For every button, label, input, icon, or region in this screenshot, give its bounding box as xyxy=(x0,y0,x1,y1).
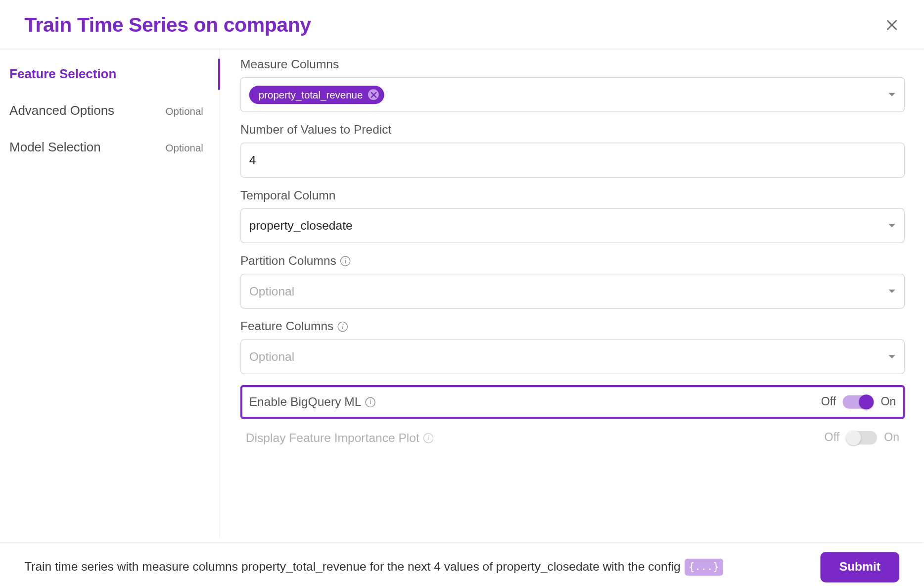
measure-columns-label: Measure Columns xyxy=(240,57,905,72)
toggle-on-label: On xyxy=(884,431,899,444)
chevron-down-icon xyxy=(888,353,896,361)
sidebar-item-model-selection[interactable]: Model Selection Optional xyxy=(0,129,220,166)
num-values-group: Number of Values to Predict xyxy=(240,123,905,178)
chevron-down-icon xyxy=(888,91,896,98)
display-feature-importance-toggle xyxy=(846,430,878,446)
summary-text: Train time series with measure columns p… xyxy=(24,559,723,576)
sidebar-item-advanced-options[interactable]: Advanced Options Optional xyxy=(0,93,220,129)
measure-columns-field[interactable]: property_total_revenue xyxy=(240,77,905,112)
sidebar-item-sub: Optional xyxy=(166,105,203,116)
main-panel: Measure Columns property_total_revenue xyxy=(220,49,924,538)
feature-columns-label: Feature Columns i xyxy=(240,320,905,334)
display-feature-importance-toggle-group: Off On xyxy=(825,430,900,446)
num-values-field[interactable] xyxy=(240,143,905,178)
sidebar-item-label: Feature Selection xyxy=(9,67,116,82)
toggle-off-label: Off xyxy=(821,395,836,409)
toggle-off-label: Off xyxy=(825,431,840,444)
num-values-input[interactable] xyxy=(249,153,896,167)
submit-button[interactable]: Submit xyxy=(820,552,899,582)
info-icon: i xyxy=(423,433,433,442)
temporal-column-label: Temporal Column xyxy=(240,189,905,203)
sidebar-item-label: Model Selection xyxy=(9,140,101,155)
config-json-badge[interactable]: {...} xyxy=(685,559,723,576)
toggle-on-label: On xyxy=(880,395,896,409)
partition-columns-placeholder: Optional xyxy=(249,284,295,298)
partition-columns-field[interactable]: Optional xyxy=(240,274,905,309)
feature-columns-placeholder: Optional xyxy=(249,349,295,364)
temporal-column-value: property_closedate xyxy=(249,219,353,233)
enable-bigquery-ml-row: Enable BigQuery ML i Off On xyxy=(240,385,905,419)
display-feature-importance-row: Display Feature Importance Plot i Off On xyxy=(240,422,905,454)
partition-columns-group: Partition Columns i Optional xyxy=(240,254,905,309)
measure-columns-group: Measure Columns property_total_revenue xyxy=(240,57,905,112)
chevron-down-icon xyxy=(888,222,896,230)
enable-bigquery-ml-toggle[interactable] xyxy=(843,394,874,410)
num-values-label: Number of Values to Predict xyxy=(240,123,905,137)
info-icon[interactable]: i xyxy=(338,322,348,332)
dialog-title: Train Time Series on company xyxy=(24,13,311,36)
sidebar: Feature Selection Advanced Options Optio… xyxy=(0,49,220,538)
enable-bigquery-ml-label: Enable BigQuery ML i xyxy=(249,395,375,409)
info-icon[interactable]: i xyxy=(340,256,350,266)
temporal-column-field[interactable]: property_closedate xyxy=(240,208,905,243)
sidebar-item-feature-selection[interactable]: Feature Selection xyxy=(0,56,220,93)
chip-remove-icon[interactable] xyxy=(368,89,379,100)
partition-columns-label: Partition Columns i xyxy=(240,254,905,268)
measure-columns-chip: property_total_revenue xyxy=(249,86,384,104)
chip-text: property_total_revenue xyxy=(259,89,363,100)
enable-bigquery-ml-toggle-group: Off On xyxy=(821,394,896,410)
dialog-footer: Train time series with measure columns p… xyxy=(0,542,924,586)
info-icon[interactable]: i xyxy=(366,397,375,407)
chevron-down-icon xyxy=(888,287,896,295)
feature-columns-field[interactable]: Optional xyxy=(240,339,905,374)
dialog-header: Train Time Series on company xyxy=(0,0,924,49)
feature-columns-group: Feature Columns i Optional xyxy=(240,320,905,375)
display-feature-importance-label: Display Feature Importance Plot i xyxy=(246,431,434,445)
temporal-column-group: Temporal Column property_closedate xyxy=(240,189,905,244)
close-icon[interactable] xyxy=(884,17,899,32)
sidebar-item-label: Advanced Options xyxy=(9,103,114,118)
sidebar-item-sub: Optional xyxy=(166,142,203,153)
